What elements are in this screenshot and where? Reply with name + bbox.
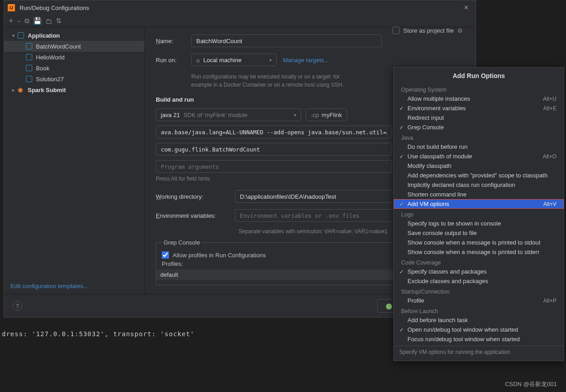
- name-label: Name:: [156, 38, 185, 44]
- debug-console-output: dress: '127.0.0.1:53032', transport: 'so…: [0, 330, 194, 338]
- popup-item[interactable]: Shorten command line: [394, 190, 564, 199]
- tree-node-application[interactable]: ▾ Application: [4, 30, 144, 41]
- check-icon: ✓: [399, 269, 404, 275]
- shortcut-label: Alt+E: [543, 105, 556, 112]
- program-args-input[interactable]: [156, 160, 392, 173]
- check-icon: ✓: [399, 105, 404, 112]
- name-input[interactable]: [191, 34, 382, 47]
- titlebar: IJ Run/Debug Configurations ×: [4, 0, 476, 15]
- application-icon: [26, 43, 32, 49]
- checkbox-icon[interactable]: [392, 27, 400, 34]
- sort-button[interactable]: ⇅: [56, 17, 62, 25]
- tree-item-helloworld[interactable]: HelloWorld: [4, 52, 144, 63]
- edit-templates-link[interactable]: Edit configuration templates...: [10, 283, 88, 289]
- popup-item[interactable]: Redirect input: [394, 113, 564, 122]
- spark-icon: ✱: [18, 87, 24, 93]
- popup-item[interactable]: Allow multiple instancesAlt+U: [394, 94, 564, 103]
- popup-item[interactable]: ✓Grep Console: [394, 122, 564, 132]
- tree-item-solution27[interactable]: Solution27: [4, 74, 144, 84]
- shortcut-label: Alt+O: [543, 153, 556, 160]
- home-icon: ⌂: [196, 57, 200, 64]
- popup-item[interactable]: Implicitly declared class run configurat…: [394, 180, 564, 190]
- popup-item[interactable]: Do not build before run: [394, 142, 564, 152]
- ide-icon: IJ: [8, 4, 15, 11]
- popup-item[interactable]: ✓Specify classes and packages: [394, 267, 564, 276]
- popup-category: Code Coverage: [394, 257, 564, 267]
- vm-options-input[interactable]: [156, 126, 392, 138]
- popup-item[interactable]: Show console when a message is printed t…: [394, 247, 564, 257]
- close-icon[interactable]: ×: [461, 2, 472, 14]
- application-icon: [18, 32, 24, 39]
- application-icon: [26, 54, 32, 60]
- tree-item-batchwordcount[interactable]: BatchWordCount: [4, 41, 144, 52]
- jdk-select[interactable]: java 21 SDK of 'myFlink' module ▾: [156, 108, 301, 121]
- popup-item[interactable]: Show console when a message is printed t…: [394, 238, 564, 247]
- popup-item[interactable]: ✓Add VM optionsAlt+V: [394, 199, 564, 209]
- chevron-down-icon: ▾: [294, 113, 296, 118]
- env-hint: Separate variables with semicolon: VAR=v…: [156, 228, 387, 235]
- bug-icon: ⬤: [386, 303, 392, 309]
- shortcut-label: Alt+P: [543, 298, 556, 304]
- popup-item[interactable]: Specify logs to be shown in console: [394, 219, 564, 228]
- tree-item-book[interactable]: Book: [4, 63, 144, 74]
- popup-category: Java: [394, 132, 564, 142]
- store-as-project-file[interactable]: Store as project file ⚙: [392, 27, 463, 34]
- popup-item[interactable]: ✓Use classpath of moduleAlt+O: [394, 152, 564, 161]
- grep-legend: Grep Console: [162, 239, 202, 246]
- classpath-select[interactable]: -cp myFlink: [306, 108, 347, 121]
- popup-item[interactable]: ✓Open run/debug tool window when started: [394, 325, 564, 334]
- popup-item[interactable]: Add before launch task: [394, 315, 564, 325]
- tree-node-spark-submit[interactable]: ▸ ✱ Spark Submit: [4, 84, 144, 95]
- popup-category: Operating System: [394, 84, 564, 94]
- popup-item[interactable]: Save console output to file: [394, 228, 564, 238]
- check-icon: ✓: [399, 201, 404, 207]
- popup-footer-hint: Specify VM options for running the appli…: [394, 346, 564, 358]
- run-on-label: Run on:: [156, 57, 185, 64]
- watermark: CSDN @谷新龙001: [505, 380, 557, 388]
- chevron-down-icon: ▾: [12, 33, 18, 38]
- working-dir-label: Working directory:: [156, 193, 228, 200]
- dialog-title: Run/Debug Configurations: [20, 5, 89, 11]
- config-toolbar: + − ⧉ 💾 🗀 ⇅: [4, 15, 476, 27]
- popup-category: Startup/Connection: [394, 286, 564, 296]
- check-icon: ✓: [399, 327, 404, 333]
- copy-config-button[interactable]: ⧉: [25, 17, 30, 25]
- gear-icon[interactable]: ⚙: [457, 27, 463, 34]
- check-icon: ✓: [399, 124, 404, 131]
- add-run-options-popup: Add Run Options Operating SystemAllow mu…: [393, 67, 564, 361]
- application-icon: [26, 76, 32, 82]
- popup-item[interactable]: Modify classpath: [394, 161, 564, 171]
- popup-category: Logs: [394, 209, 564, 219]
- working-dir-input[interactable]: [235, 190, 398, 203]
- add-config-button[interactable]: +: [9, 17, 14, 25]
- folder-button[interactable]: 🗀: [45, 17, 52, 25]
- popup-item[interactable]: ProfileAlt+P: [394, 296, 564, 305]
- popup-item[interactable]: Focus run/debug tool window when started: [394, 334, 564, 344]
- check-icon: ✓: [399, 153, 404, 160]
- shortcut-label: Alt+V: [543, 201, 556, 207]
- popup-item[interactable]: ✓Environment variablesAlt+E: [394, 103, 564, 113]
- popup-category: Before Launch: [394, 305, 564, 315]
- env-vars-label: Environment variables:: [156, 212, 228, 219]
- chevron-down-icon: ▾: [269, 58, 272, 63]
- main-class-input[interactable]: [156, 143, 392, 156]
- run-on-select[interactable]: ⌂ Local machine ▾: [191, 54, 277, 66]
- config-tree-sidebar: ▾ Application BatchWordCount HelloWorld …: [4, 27, 145, 294]
- popup-item[interactable]: Add dependencies with "provided" scope t…: [394, 171, 564, 180]
- popup-item[interactable]: Exclude classes and packages: [394, 276, 564, 286]
- help-icon[interactable]: ?: [12, 301, 22, 311]
- manage-targets-link[interactable]: Manage targets...: [283, 57, 329, 64]
- chevron-right-icon: ▸: [12, 88, 18, 93]
- popup-title: Add Run Options: [394, 68, 564, 84]
- remove-config-button[interactable]: −: [17, 17, 21, 25]
- env-vars-input[interactable]: [235, 209, 398, 222]
- save-config-button[interactable]: 💾: [33, 17, 42, 25]
- application-icon: [26, 65, 32, 71]
- shortcut-label: Alt+U: [543, 96, 556, 102]
